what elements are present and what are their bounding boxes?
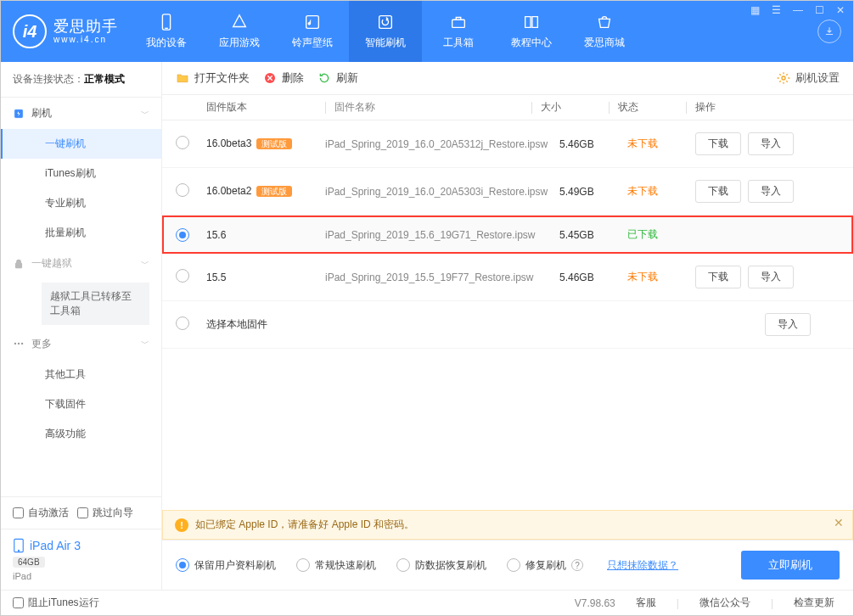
device-state-label: 设备连接状态： [13, 73, 84, 85]
nav-store[interactable]: 爱思商城 [568, 1, 641, 62]
help-icon[interactable]: ? [571, 559, 583, 571]
flash-now-button[interactable]: 立即刷机 [741, 551, 840, 580]
win-menu-icon[interactable]: ☰ [770, 4, 783, 16]
sidebar-item-one-click-flash[interactable]: 一键刷机 [1, 129, 161, 159]
opt-normal[interactable]: 常规快速刷机 [296, 558, 376, 573]
svg-point-11 [18, 550, 19, 551]
firmware-row[interactable]: 15.5iPad_Spring_2019_15.5_19F77_Restore.… [162, 254, 853, 301]
device-info[interactable]: iPad Air 3 64GB iPad [1, 529, 161, 590]
win-grid-icon[interactable]: ▦ [749, 4, 761, 16]
opt-anti-recovery[interactable]: 防数据恢复刷机 [396, 558, 486, 573]
sidebar-item-other-tools[interactable]: 其他工具 [1, 360, 161, 389]
firmware-row[interactable]: 16.0beta2测试版iPad_Spring_2019_16.0_20A530… [162, 168, 853, 216]
sidebar: 设备连接状态：正常模式 刷机 ﹀ 一键刷机 iTunes刷机 专业刷机 批量刷机… [1, 62, 162, 590]
opt-repair[interactable]: 修复刷机 ? [507, 558, 583, 573]
sidebar-item-pro-flash[interactable]: 专业刷机 [1, 188, 161, 218]
svg-rect-2 [306, 16, 319, 29]
firmware-status: 已下载 [627, 227, 695, 242]
nav-ringtones[interactable]: 铃声壁纸 [276, 1, 349, 62]
refresh-button[interactable]: 刷新 [317, 70, 358, 86]
nav-tutorials[interactable]: 教程中心 [495, 1, 568, 62]
notice-text: 如已绑定 Apple ID，请准备好 Apple ID 和密码。 [195, 518, 414, 532]
delete-button[interactable]: 删除 [263, 70, 304, 86]
jailbreak-note[interactable]: 越狱工具已转移至工具箱 [42, 283, 149, 325]
firmware-row-local[interactable]: 选择本地固件导入 [162, 301, 853, 349]
sidebar-group-more[interactable]: 更多 ﹀ [1, 328, 161, 360]
more-icon [13, 338, 25, 350]
footer-service[interactable]: 客服 [629, 596, 663, 610]
nav-toolbox[interactable]: 工具箱 [422, 1, 495, 62]
beta-tag: 测试版 [256, 186, 292, 197]
firmware-status: 未下载 [627, 184, 695, 199]
sidebar-item-itunes-flash[interactable]: iTunes刷机 [1, 159, 161, 188]
sidebar-item-batch-flash[interactable]: 批量刷机 [1, 218, 161, 248]
sidebar-item-advanced[interactable]: 高级功能 [1, 419, 161, 449]
win-minimize-icon[interactable]: — [791, 4, 805, 16]
col-version: 固件版本 [206, 100, 325, 115]
refresh-icon [317, 71, 331, 85]
import-button[interactable]: 导入 [765, 313, 811, 336]
sidebar-group-flash[interactable]: 刷机 ﹀ [1, 98, 161, 129]
radio-icon[interactable] [176, 183, 189, 197]
flash-settings-button[interactable]: 刷机设置 [777, 70, 840, 86]
warning-icon: ! [175, 518, 188, 532]
svg-point-13 [782, 76, 785, 80]
window-controls: ▦ ☰ — ☐ ✕ [749, 4, 846, 16]
import-button[interactable]: 导入 [748, 132, 794, 155]
svg-rect-6 [16, 263, 22, 267]
gear-icon [777, 71, 790, 85]
table-header: 固件版本 固件名称 大小 状态 操作 [162, 95, 853, 120]
device-name: iPad Air 3 [30, 539, 81, 552]
radio-icon [396, 558, 410, 572]
skip-guide-checkbox[interactable]: 跳过向导 [77, 506, 133, 520]
footer-wechat[interactable]: 微信公众号 [693, 596, 757, 610]
svg-rect-4 [452, 20, 465, 27]
sidebar-group-jailbreak: 一键越狱 ﹀ [1, 248, 161, 279]
download-indicator-icon[interactable] [817, 20, 841, 43]
opt-label: 修复刷机 [525, 558, 566, 573]
folder-icon [176, 71, 189, 85]
auto-activate-checkbox[interactable]: 自动激活 [13, 506, 69, 520]
sidebar-item-download-firmware[interactable]: 下载固件 [1, 389, 161, 419]
group-title: 更多 [31, 337, 52, 351]
download-button[interactable]: 下载 [695, 266, 741, 288]
radio-icon[interactable] [176, 269, 189, 283]
open-label: 打开文件夹 [194, 70, 250, 86]
logo[interactable]: i4 爱思助手 www.i4.cn [1, 1, 130, 62]
erase-data-link[interactable]: 只想抹除数据？ [607, 558, 678, 573]
beta-tag: 测试版 [256, 138, 292, 149]
firmware-actions: 下载导入 [695, 266, 840, 288]
footer-check-update[interactable]: 检查更新 [787, 596, 841, 610]
import-button[interactable]: 导入 [748, 180, 794, 203]
win-maximize-icon[interactable]: ☐ [813, 4, 826, 16]
import-button[interactable]: 导入 [748, 266, 794, 288]
nav-my-device[interactable]: 我的设备 [130, 1, 203, 62]
opt-keep-data[interactable]: 保留用户资料刷机 [176, 558, 276, 573]
nav-apps[interactable]: 应用游戏 [203, 1, 276, 62]
close-icon[interactable]: ✕ [834, 516, 844, 529]
ipad-icon [13, 538, 25, 553]
firmware-row[interactable]: 16.0beta3测试版iPad_Spring_2019_16.0_20A531… [162, 120, 853, 168]
win-close-icon[interactable]: ✕ [834, 4, 846, 16]
firmware-name: iPad_Spring_2019_16.0_20A5303i_Restore.i… [325, 186, 559, 198]
radio-icon[interactable] [176, 136, 189, 149]
store-icon [595, 13, 614, 31]
firmware-list: 16.0beta3测试版iPad_Spring_2019_16.0_20A531… [162, 120, 853, 510]
toolbox-icon [449, 13, 468, 31]
opt-label: 防数据恢复刷机 [415, 558, 486, 573]
radio-icon[interactable] [176, 228, 189, 242]
download-button[interactable]: 下载 [695, 132, 741, 155]
firmware-name: iPad_Spring_2019_16.0_20A5312j_Restore.i… [325, 138, 559, 150]
toolbar: 打开文件夹 删除 刷新 刷机设置 [162, 62, 853, 95]
download-button[interactable]: 下载 [695, 180, 741, 203]
firmware-row[interactable]: 15.6iPad_Spring_2019_15.6_19G71_Restore.… [162, 216, 853, 254]
apps-icon [230, 13, 249, 31]
nav-smart-flash[interactable]: 智能刷机 [349, 1, 422, 62]
nav-label: 工具箱 [443, 36, 474, 50]
device-storage: 64GB [13, 557, 45, 568]
block-itunes-checkbox[interactable]: 阻止iTunes运行 [13, 596, 99, 610]
firmware-version: 16.0beta3测试版 [206, 137, 325, 150]
radio-icon[interactable] [176, 316, 189, 330]
svg-rect-0 [162, 14, 170, 30]
open-folder-button[interactable]: 打开文件夹 [176, 70, 250, 86]
